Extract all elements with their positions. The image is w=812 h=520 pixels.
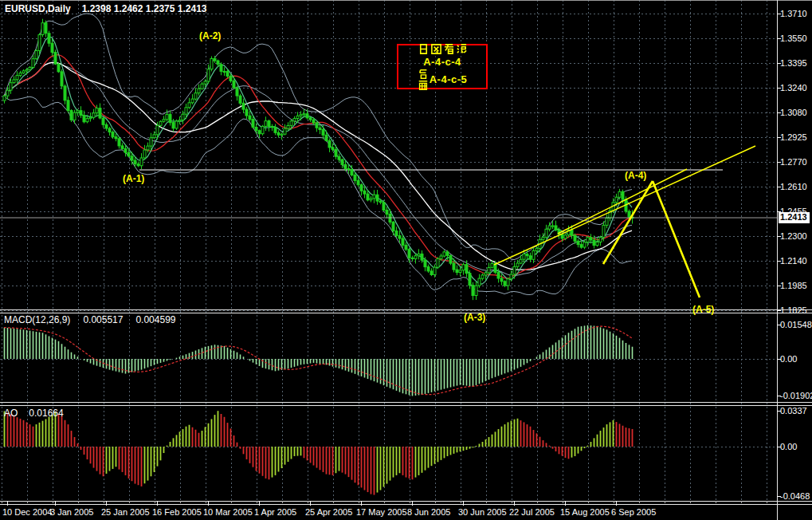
date-label: 3 Jan 2005 xyxy=(50,507,93,517)
price-tick-label: 1.2925 xyxy=(780,132,807,142)
date-label: 6 Sep 2005 xyxy=(611,507,656,517)
wave-note-box[interactable]: A-4-c-4 A-4-c-5 xyxy=(397,44,488,89)
price-pane xyxy=(4,14,723,295)
slow-ma-line xyxy=(4,62,632,270)
price-tick-label: 1.2140 xyxy=(780,256,807,266)
price-tick-label: 1.3080 xyxy=(780,108,807,117)
date-label: 10 Dec 2004 xyxy=(2,507,52,517)
ohlc-values: 1.2398 1.2462 1.2375 1.2413 xyxy=(82,3,207,14)
date-label: 30 Jun 2005 xyxy=(458,507,507,517)
date-label: 8 Jun 2005 xyxy=(407,507,450,517)
chart-title: EURUSD,Daily1.2398 1.2462 1.2375 1.2413 xyxy=(5,3,207,14)
price-tick-label: 1.3395 xyxy=(780,58,807,68)
axis-ticks xyxy=(2,14,782,506)
note-line-3-cjk xyxy=(418,69,430,91)
note-line-2: A-4-c-4 xyxy=(423,56,461,68)
date-label: 22 Jul 2005 xyxy=(509,507,555,517)
wave-label[interactable]: (A-4) xyxy=(625,170,646,181)
macd-value: 0.005517 xyxy=(83,314,123,325)
date-label: 1 Apr 2005 xyxy=(254,507,296,517)
grid-layer xyxy=(0,0,777,501)
cjk-glyph-面 xyxy=(418,80,429,91)
cjk-glyph-日 xyxy=(418,43,430,55)
wave-label[interactable]: (A-3) xyxy=(464,312,485,323)
candles-layer xyxy=(3,19,634,301)
macd-scale-label: 0.01548 xyxy=(780,320,812,329)
date-label: 16 Feb 2005 xyxy=(152,507,202,517)
wave-label[interactable]: (A-2) xyxy=(199,30,221,41)
date-label: 10 Mar 2005 xyxy=(203,507,253,517)
macd-signal-value: 0.004599 xyxy=(135,314,175,325)
ao-value: 0.01664 xyxy=(29,408,63,419)
cjk-glyph-图 xyxy=(430,43,442,55)
date-label: 15 Aug 2005 xyxy=(560,507,610,517)
mt4-chart-window: EURUSD,Daily1.2398 1.2462 1.2375 1.2413 … xyxy=(0,0,812,520)
macd-name: MACD(12,26,9) xyxy=(4,314,70,325)
ao-scale-label: 0.0337 xyxy=(780,406,807,416)
cjk-glyph-后 xyxy=(418,69,429,80)
macd-indicator-label: MACD(12,26,9)0.0055170.004599 xyxy=(4,314,176,325)
price-tick-label: 1.3550 xyxy=(780,33,807,43)
ao-indicator-label: AO0.01664 xyxy=(4,408,64,419)
ao-scale-label: 0.00 xyxy=(780,442,797,451)
date-label: 25 Apr 2005 xyxy=(305,507,352,517)
ao-scale-label: -0.0468 xyxy=(780,491,810,501)
ao-histogram xyxy=(5,411,633,494)
price-tick-label: 1.1825 xyxy=(780,305,807,315)
price-tick-label: 1.3710 xyxy=(780,9,807,18)
date-label: 17 May 2005 xyxy=(356,507,407,517)
macd-scale-label: 0.00 xyxy=(780,354,797,364)
cjk-glyph-看 xyxy=(443,43,455,55)
symbol-period-label: EURUSD,Daily xyxy=(5,3,71,14)
yellow-trendline[interactable] xyxy=(558,169,687,234)
macd-scale-label: -0.01902 xyxy=(780,391,812,400)
price-tick-label: 1.3240 xyxy=(780,83,807,93)
yellow-trendline[interactable] xyxy=(603,181,653,264)
yellow-trendline[interactable] xyxy=(653,181,700,297)
ao-name: AO xyxy=(4,408,18,419)
note-line-3: A-4-c-5 xyxy=(418,69,468,91)
wave-label[interactable]: (A-5) xyxy=(692,304,714,315)
price-tick-label: 1.2770 xyxy=(780,157,807,167)
date-label: 25 Jan 2005 xyxy=(101,507,150,517)
note-line-3-latin: A-4-c-5 xyxy=(430,73,468,85)
current-price-tag: 1.2413 xyxy=(779,212,810,223)
price-tick-label: 1.1985 xyxy=(780,281,807,290)
yellow-trendline[interactable] xyxy=(494,146,755,265)
price-tick-label: 1.2610 xyxy=(780,182,807,191)
note-line-1 xyxy=(417,43,468,55)
cjk-glyph-浪 xyxy=(456,43,468,55)
price-tick-label: 1.2300 xyxy=(780,231,807,241)
wave-label[interactable]: (A-1) xyxy=(123,173,144,184)
macd-histogram xyxy=(5,325,633,396)
